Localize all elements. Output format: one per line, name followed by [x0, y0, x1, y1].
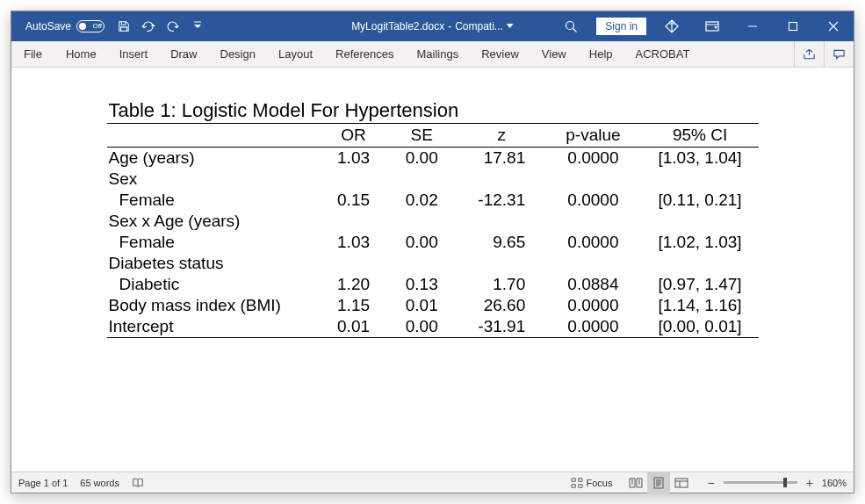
- maximize-button[interactable]: [773, 11, 813, 41]
- table-row: Body mass index (BMI)1.150.0126.600.0000…: [107, 295, 759, 316]
- cell-p: [544, 253, 641, 274]
- cell-z: -12.31: [458, 190, 544, 211]
- tab-view[interactable]: View: [530, 41, 578, 67]
- col-header-p: p-value: [544, 124, 641, 148]
- read-mode-icon: [629, 478, 643, 488]
- table-title: Table 1: Logistic Model For Hypertension: [107, 99, 759, 124]
- col-header-or: OR: [322, 124, 386, 148]
- tab-design[interactable]: Design: [209, 41, 267, 67]
- cell-p: 0.0000: [544, 190, 641, 211]
- tab-insert[interactable]: Insert: [108, 41, 160, 67]
- row-label: Intercept: [107, 316, 322, 338]
- app-window: AutoSave Off MyLogitTable2.docx - Compat…: [11, 11, 854, 493]
- tab-draw[interactable]: Draw: [159, 41, 208, 67]
- tab-references[interactable]: References: [324, 41, 405, 67]
- cell-or: [322, 169, 386, 190]
- print-layout-icon: [652, 477, 665, 489]
- title-bar: AutoSave Off MyLogitTable2.docx - Compat…: [11, 11, 854, 41]
- cell-or: 1.03: [322, 232, 386, 253]
- search-button[interactable]: [551, 11, 591, 41]
- tab-file[interactable]: File: [11, 41, 54, 67]
- row-label: Body mass index (BMI): [107, 295, 322, 316]
- focus-label: Focus: [587, 478, 613, 488]
- autosave-toggle[interactable]: Off: [76, 20, 105, 32]
- tab-home[interactable]: Home: [54, 41, 108, 67]
- cell-ci: [1.02, 1.03]: [642, 232, 759, 253]
- coming-soon-button[interactable]: [652, 11, 692, 41]
- sign-in-label: Sign in: [605, 20, 638, 32]
- close-button[interactable]: [813, 11, 854, 41]
- document-area[interactable]: Table 1: Logistic Model For Hypertension…: [11, 68, 854, 472]
- cell-ci: [642, 253, 759, 274]
- title-dropdown-icon[interactable]: [507, 24, 514, 29]
- undo-icon: [141, 20, 156, 32]
- cell-ci: [1.14, 1.16]: [642, 295, 759, 316]
- cell-or: 0.01: [322, 316, 386, 338]
- share-icon: [803, 48, 816, 61]
- cell-or: 1.20: [322, 274, 386, 295]
- read-mode-button[interactable]: [624, 472, 647, 493]
- cell-z: -31.91: [458, 316, 544, 338]
- col-header-label: [107, 124, 322, 148]
- document-filename: MyLogitTable2.docx: [351, 20, 444, 32]
- zoom-out-button[interactable]: −: [705, 476, 716, 490]
- redo-icon: [166, 20, 180, 32]
- cell-p: 0.0000: [544, 295, 641, 316]
- col-header-z: z: [458, 124, 544, 148]
- focus-icon: [571, 478, 583, 488]
- ribbon-tabs: File Home Insert Draw Design Layout Refe…: [11, 41, 854, 68]
- cell-or: [322, 253, 386, 274]
- save-icon: [118, 20, 130, 32]
- cell-ci: [0.97, 1.47]: [642, 274, 759, 295]
- cell-z: [458, 253, 544, 274]
- qat-customize-button[interactable]: [185, 11, 210, 41]
- table-row: Female0.150.02-12.310.0000[0.11, 0.21]: [107, 190, 759, 211]
- row-label: Female: [107, 190, 322, 211]
- title-separator: -: [448, 20, 451, 32]
- focus-mode-button[interactable]: Focus: [571, 478, 613, 488]
- tab-mailings[interactable]: Mailings: [406, 41, 471, 67]
- save-button[interactable]: [112, 11, 136, 41]
- search-icon: [564, 19, 578, 33]
- spelling-button[interactable]: [132, 477, 144, 489]
- cell-se: 0.01: [385, 295, 458, 316]
- print-layout-button[interactable]: [647, 472, 670, 493]
- tab-acrobat[interactable]: ACROBAT: [624, 41, 702, 67]
- cell-p: 0.0000: [544, 232, 641, 253]
- table-row: Sex x Age (years): [107, 211, 759, 232]
- cell-or: [322, 211, 386, 232]
- row-label: Sex x Age (years): [107, 211, 322, 232]
- word-count[interactable]: 65 words: [80, 478, 119, 488]
- zoom-slider[interactable]: [724, 481, 797, 484]
- minimize-button[interactable]: [732, 11, 773, 41]
- zoom-in-button[interactable]: +: [804, 476, 815, 490]
- col-header-ci: 95% CI: [642, 124, 759, 148]
- tab-review[interactable]: Review: [470, 41, 530, 67]
- cell-or: 1.03: [322, 148, 386, 169]
- tab-layout[interactable]: Layout: [267, 41, 324, 67]
- row-label: Diabetes status: [107, 253, 322, 274]
- sign-in-button[interactable]: Sign in: [596, 18, 646, 35]
- ribbon-options-icon: [705, 20, 719, 32]
- autosave-group: AutoSave Off: [11, 20, 112, 32]
- cell-z: 26.60: [458, 295, 544, 316]
- compatibility-mode-label: Compati...: [455, 20, 503, 32]
- undo-button[interactable]: [136, 11, 161, 41]
- cell-p: 0.0000: [544, 148, 641, 169]
- comments-button[interactable]: [824, 41, 854, 67]
- web-layout-button[interactable]: [670, 472, 693, 493]
- ribbon-display-button[interactable]: [692, 11, 732, 41]
- tab-help[interactable]: Help: [578, 41, 624, 67]
- table-header-row: OR SE z p-value 95% CI: [107, 124, 759, 148]
- cell-ci: [642, 169, 759, 190]
- cell-se: 0.00: [385, 316, 458, 338]
- cell-ci: [642, 211, 759, 232]
- zoom-level[interactable]: 160%: [822, 478, 847, 488]
- cell-p: [544, 211, 641, 232]
- table-row: Diabetes status: [107, 253, 759, 274]
- cell-z: [458, 169, 544, 190]
- row-label: Sex: [107, 169, 322, 190]
- redo-button[interactable]: [161, 11, 185, 41]
- page-indicator[interactable]: Page 1 of 1: [18, 478, 68, 488]
- share-button[interactable]: [794, 41, 824, 67]
